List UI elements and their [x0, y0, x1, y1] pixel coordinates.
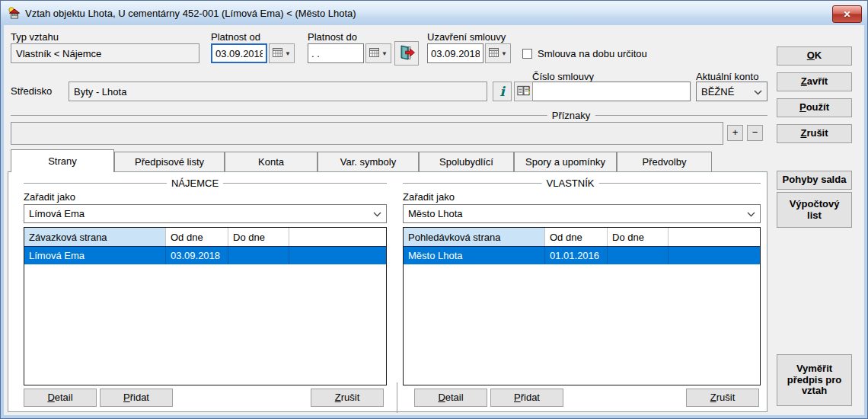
- calendar-icon: [489, 48, 499, 59]
- button-label: Detail: [47, 392, 72, 404]
- table-row[interactable]: Límová Ema 03.09.2018: [24, 247, 386, 264]
- tab-konta[interactable]: Konta: [225, 152, 318, 171]
- tab-predpisove-listy[interactable]: Předpisové listy: [114, 152, 225, 171]
- pouzit-button[interactable]: Použít: [777, 98, 852, 117]
- column-header[interactable]: Do dne: [608, 228, 669, 246]
- ok-button[interactable]: OK: [777, 46, 852, 66]
- tab-spory-a-upominky[interactable]: Spory a upomínky: [514, 152, 617, 171]
- button-label: Zrušit: [800, 128, 828, 139]
- uzavreni-calendar-button[interactable]: ▼: [485, 43, 511, 63]
- najemce-zaradit-select[interactable]: Límová Ema: [24, 204, 387, 223]
- stredisko-book-button[interactable]: [514, 82, 533, 101]
- button-label: Detail: [438, 392, 463, 404]
- platnost-do-calendar-button[interactable]: ▼: [365, 43, 391, 63]
- calendar-icon: [273, 48, 282, 59]
- najemce-zrusit-button[interactable]: Zrušit: [311, 389, 384, 407]
- platnost-od-input[interactable]: [211, 43, 267, 63]
- vlastnik-group-label: VLASTNÍK: [542, 178, 599, 189]
- button-label: Použít: [799, 102, 829, 114]
- table-row[interactable]: Město Lhota 01.01.2016: [404, 247, 760, 264]
- stredisko-label: Středisko: [11, 85, 52, 97]
- book-icon: [517, 85, 530, 98]
- column-header[interactable]: Od dne: [545, 228, 608, 246]
- vlastnik-detail-button[interactable]: Detail: [414, 389, 487, 407]
- tab-label: Předvolby: [643, 156, 687, 168]
- cislo-smlouvy-input[interactable]: [532, 82, 691, 101]
- priznaky-remove-button[interactable]: −: [747, 125, 763, 141]
- vlastnik-table-header[interactable]: Pohledávková strana Od dne Do dne: [404, 228, 760, 247]
- exit-relation-button[interactable]: [394, 41, 419, 66]
- priznaky-group-line: [11, 115, 767, 116]
- tab-label: Strany: [48, 155, 77, 167]
- aktualni-konto-value: BĚŽNÉ: [701, 86, 754, 98]
- chevron-down-icon: [747, 208, 755, 219]
- aktualni-konto-select[interactable]: BĚŽNÉ: [696, 82, 767, 101]
- tab-label: Konta: [258, 156, 284, 168]
- tab-label: Spory a upomínky: [525, 156, 605, 168]
- vlastnik-table[interactable]: Pohledávková strana Od dne Do dne Město …: [403, 227, 761, 385]
- close-icon: ✕: [843, 9, 850, 20]
- vlastnik-zaradit-select[interactable]: Město Lhota: [403, 204, 761, 223]
- priznaky-add-button[interactable]: +: [727, 125, 743, 141]
- tab-predvolby[interactable]: Předvolby: [617, 152, 712, 171]
- button-label: Zavřít: [801, 76, 828, 88]
- column-header[interactable]: Pohledávková strana: [404, 228, 545, 246]
- uzavreni-smlouvy-label: Uzavření smlouvy: [427, 31, 506, 43]
- column-header[interactable]: Od dne: [166, 228, 228, 246]
- uzavreni-smlouvy-input[interactable]: [427, 43, 483, 63]
- zavrit-button[interactable]: Zavřít: [777, 72, 852, 91]
- najemce-pridat-button[interactable]: Přidat: [100, 389, 173, 407]
- platnost-do-input[interactable]: [308, 43, 364, 63]
- chevron-down-icon: ▼: [501, 50, 507, 57]
- priznaky-group-label: Příznaky: [547, 110, 595, 121]
- panel-divider: [397, 382, 397, 413]
- vypoctovy-list-button[interactable]: Výpočtový list: [777, 192, 852, 228]
- button-label: Pohyby salda: [783, 174, 847, 186]
- tab-spolubydlici[interactable]: Spolubydlící: [419, 152, 514, 171]
- column-header[interactable]: [289, 228, 386, 246]
- smlouva-na-dobu-checkbox[interactable]: [522, 49, 532, 59]
- najemce-group-label: NÁJEMCE: [167, 178, 223, 189]
- title-bar[interactable]: Vztah objektu Lhota, U cementárny 452-00…: [1, 1, 867, 25]
- button-label: Vyměřit předpis pro vztah: [783, 363, 845, 398]
- najemce-table-header[interactable]: Závazková strana Od dne Do dne: [24, 228, 386, 247]
- vlastnik-zrusit-button[interactable]: Zrušit: [686, 389, 759, 407]
- stredisko-info-button[interactable]: i: [493, 82, 512, 101]
- tab-page-strany: NÁJEMCE Zařadit jako Límová Ema Závazkov…: [8, 171, 767, 412]
- najemce-zaradit-value: Límová Ema: [29, 208, 373, 219]
- exit-door-icon: [398, 45, 415, 62]
- tab-label: Předpisové listy: [135, 156, 204, 168]
- zrusit-button[interactable]: Zrušit: [777, 124, 852, 143]
- najemce-table[interactable]: Závazková strana Od dne Do dne Límová Em…: [24, 227, 387, 385]
- chevron-down-icon: ▼: [381, 50, 388, 57]
- column-header[interactable]: [669, 228, 760, 246]
- smlouva-na-dobu-label: Smlouva na dobu určitou: [538, 48, 647, 59]
- dialog-content: Typ vztahu Vlastník < Nájemce Platnost o…: [4, 25, 864, 415]
- najemce-detail-button[interactable]: Detail: [24, 389, 97, 407]
- button-label: Přidat: [514, 392, 540, 404]
- button-label: Výpočtový list: [785, 199, 844, 222]
- column-header[interactable]: Do dne: [228, 228, 289, 246]
- platnost-od-calendar-button[interactable]: ▼: [269, 43, 295, 63]
- pohyby-salda-button[interactable]: Pohyby salda: [777, 171, 852, 190]
- vlastnik-zaradit-value: Město Lhota: [408, 208, 747, 219]
- close-button[interactable]: ✕: [832, 5, 862, 23]
- typ-vztahu-label: Typ vztahu: [11, 31, 59, 43]
- cislo-smlouvy-label: Číslo smlouvy: [532, 71, 594, 82]
- tab-strany[interactable]: Strany: [11, 149, 114, 172]
- tab-label: Spolubydlící: [439, 156, 493, 168]
- minus-icon: −: [752, 127, 758, 139]
- platnost-do-label: Platnost do: [308, 31, 357, 43]
- vymerit-predpis-button[interactable]: Vyměřit předpis pro vztah: [777, 354, 852, 406]
- button-label: OK: [807, 50, 822, 62]
- house-icon: [8, 7, 21, 19]
- info-icon: i: [499, 85, 504, 98]
- dialog-window: Vztah objektu Lhota, U cementárny 452-00…: [0, 0, 868, 419]
- stredisko-value: Byty - Lhota: [74, 86, 126, 98]
- calendar-icon: [369, 48, 379, 59]
- column-header[interactable]: Závazková strana: [24, 228, 166, 246]
- button-label: Zrušit: [710, 392, 736, 404]
- vlastnik-pridat-button[interactable]: Přidat: [490, 389, 563, 407]
- tab-var-symboly[interactable]: Var. symboly: [318, 152, 419, 171]
- tab-label: Var. symboly: [340, 156, 396, 168]
